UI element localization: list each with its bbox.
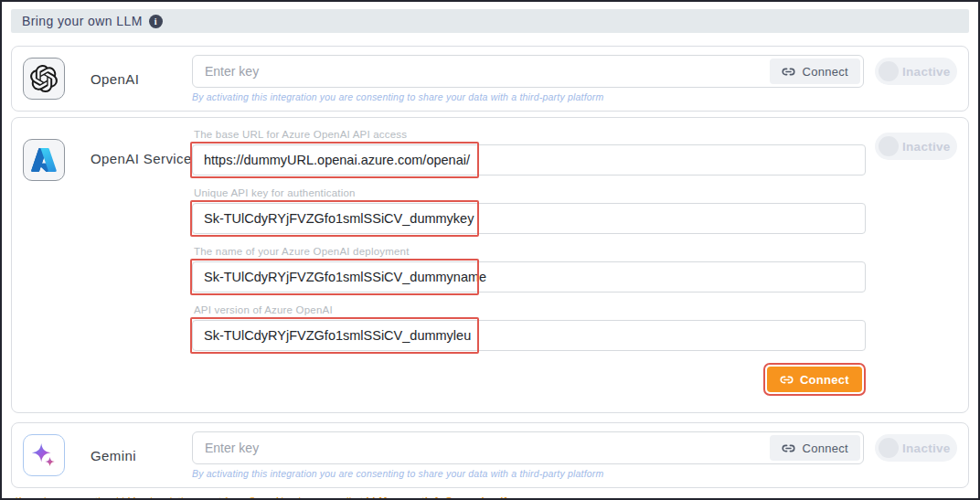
link-icon	[782, 65, 795, 79]
gemini-consent-text: By activating this integration you are c…	[192, 468, 957, 479]
connect-label: Connect	[802, 441, 848, 455]
gemini-sparkle-icon	[23, 434, 65, 476]
status-dot	[879, 136, 899, 156]
openai-logo-icon	[23, 58, 65, 100]
azure-label: OpenAI Service	[91, 151, 192, 166]
azure-api-version-label: API version of Azure OpenAI	[194, 304, 866, 315]
azure-card: OpenAI Service The base URL for Azure Op…	[11, 117, 969, 413]
azure-provider: OpenAI Service	[23, 126, 192, 404]
section-header: Bring your own LLM i	[11, 9, 969, 33]
gemini-key-input[interactable]	[192, 431, 864, 464]
openai-consent-text: By activating this integration you are c…	[192, 91, 957, 102]
azure-deployment-input[interactable]	[192, 261, 866, 293]
gemini-card: Gemini Connect Inactive By activating th…	[11, 422, 969, 488]
azure-logo-icon	[23, 139, 65, 181]
openai-status-toggle[interactable]: Inactive	[875, 58, 957, 85]
status-dot	[879, 61, 899, 81]
byol-settings-page: Bring your own LLM i OpenAI Connect	[0, 0, 980, 500]
azure-base-url-input[interactable]	[192, 144, 866, 176]
azure-api-version-input[interactable]	[192, 320, 866, 351]
gemini-label: Gemini	[91, 448, 136, 463]
azure-connect-button[interactable]: Connect	[767, 367, 862, 392]
footer-note: If you have any other LLM subscription a…	[11, 495, 969, 500]
footer-text: If you have any other LLM subscription a…	[15, 495, 366, 500]
gemini-provider: Gemini	[23, 431, 192, 479]
openai-label: OpenAI	[91, 71, 139, 87]
annotation-highlight-box: Connect	[763, 363, 866, 396]
link-icon	[782, 441, 795, 455]
page-title: Bring your own LLM	[22, 14, 143, 28]
openai-card: OpenAI Connect Inactive By activating th…	[11, 46, 969, 112]
azure-deployment-label: The name of your Azure OpenAI deployment	[194, 246, 866, 257]
openai-provider: OpenAI	[23, 55, 192, 102]
azure-api-key-label: Unique API key for authentication	[194, 187, 866, 198]
status-dot	[879, 438, 899, 458]
info-icon[interactable]: i	[149, 15, 163, 28]
gemini-status-toggle[interactable]: Inactive	[875, 434, 957, 462]
footer-email-link[interactable]: LLMrequestinfo@searchunify.com	[366, 495, 536, 500]
connect-label: Connect	[800, 373, 849, 387]
status-label: Inactive	[902, 65, 951, 79]
status-label: Inactive	[902, 140, 951, 154]
azure-api-key-input[interactable]	[192, 203, 866, 234]
link-icon	[780, 373, 794, 387]
azure-base-url-label: The base URL for Azure OpenAI API access	[194, 129, 866, 140]
openai-key-input[interactable]	[192, 55, 864, 88]
status-label: Inactive	[902, 441, 951, 455]
connect-label: Connect	[802, 65, 848, 79]
azure-status-toggle[interactable]: Inactive	[875, 133, 957, 160]
gemini-connect-button[interactable]: Connect	[770, 435, 860, 461]
openai-connect-button[interactable]: Connect	[770, 59, 860, 84]
